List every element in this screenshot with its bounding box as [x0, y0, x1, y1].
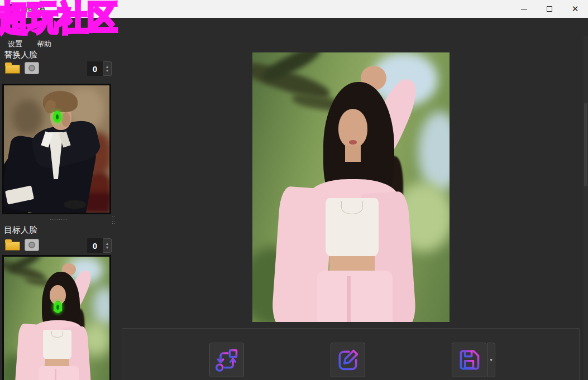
horizontal-splitter-handle[interactable]: ········	[48, 218, 69, 222]
detected-face-marker	[54, 301, 62, 313]
minimize-icon	[521, 9, 527, 9]
target-spin-buttons[interactable]: ▲ ▼	[103, 238, 112, 253]
app-body: 设置 帮助 替换人脸 0 ▲ ▼	[0, 18, 588, 380]
chevron-down-icon: ▾	[490, 357, 493, 363]
target-face-image	[4, 257, 109, 380]
save-button[interactable]	[452, 343, 486, 377]
detected-face-marker	[53, 111, 61, 123]
source-camera-button[interactable]	[25, 62, 39, 74]
source-face-label: 替换人脸	[4, 50, 37, 60]
source-open-folder-button[interactable]	[4, 62, 21, 75]
minimize-button[interactable]	[511, 0, 537, 18]
menu-bar: 设置 帮助	[6, 39, 54, 50]
folder-icon	[5, 242, 20, 251]
source-spin-buttons[interactable]: ▲ ▼	[103, 61, 112, 76]
swap-icon	[214, 348, 239, 372]
camera-icon	[28, 65, 35, 71]
vertical-splitter-handle[interactable]: ········	[111, 215, 116, 234]
maximize-button[interactable]	[537, 0, 562, 18]
vertical-scrollbar[interactable]	[584, 36, 588, 380]
close-icon: ✕	[572, 4, 579, 14]
target-camera-button[interactable]	[25, 239, 39, 251]
source-tool-row: 0 ▲ ▼	[4, 61, 112, 76]
menu-item-help[interactable]: 帮助	[35, 39, 54, 50]
chevron-down-icon[interactable]: ▼	[106, 69, 109, 73]
result-image	[252, 52, 450, 322]
folder-icon	[5, 65, 20, 74]
result-preview	[252, 52, 450, 322]
app-icon	[5, 4, 15, 14]
menu-item-settings[interactable]: 设置	[6, 39, 25, 50]
target-face-index-value[interactable]: 0	[87, 238, 103, 253]
target-tool-row: 0 ▲ ▼	[4, 238, 112, 253]
target-face-index-spinbox[interactable]: 0 ▲ ▼	[87, 238, 112, 253]
source-face-index-value[interactable]: 0	[87, 61, 103, 76]
swap-faces-button[interactable]	[209, 343, 244, 377]
target-open-folder-button[interactable]	[4, 239, 21, 252]
chevron-up-icon[interactable]: ▲	[106, 242, 109, 246]
save-icon	[457, 348, 481, 372]
chevron-up-icon[interactable]: ▲	[106, 65, 109, 69]
source-face-index-spinbox[interactable]: 0 ▲ ▼	[87, 61, 112, 76]
maximize-icon	[547, 6, 552, 12]
close-button[interactable]: ✕	[562, 0, 588, 18]
source-face-thumbnail[interactable]	[2, 84, 111, 214]
edit-button[interactable]	[331, 343, 365, 377]
target-face-thumbnail[interactable]	[2, 255, 111, 380]
window-title: 人脸替换	[19, 5, 46, 15]
edit-icon	[336, 348, 360, 372]
scrollbar-thumb[interactable]	[584, 103, 587, 186]
save-options-dropdown[interactable]: ▾	[487, 343, 495, 377]
chevron-down-icon[interactable]: ▼	[106, 246, 109, 249]
source-face-image	[4, 85, 109, 213]
bottom-toolbar-panel: ▾	[122, 328, 580, 380]
title-bar: 人脸替换 ✕	[0, 0, 588, 18]
camera-icon	[28, 242, 35, 248]
target-face-label: 目标人脸	[4, 225, 37, 235]
